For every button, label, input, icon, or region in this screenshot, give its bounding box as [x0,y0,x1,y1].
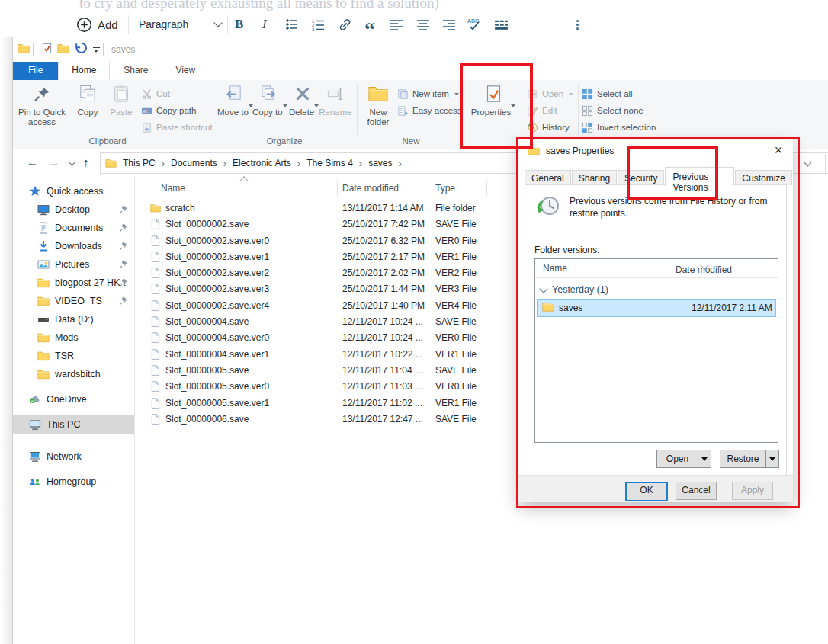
spellcheck-button[interactable]: ABC [467,12,482,37]
new-folder-button[interactable]: New folder [362,82,394,136]
folder-icon [150,203,162,214]
sidebar-item[interactable]: Data (D:) [13,310,134,328]
dialog-tab[interactable]: Previous Versions [665,167,734,186]
paragraph-style-dropdown[interactable]: Paragraph [139,12,221,37]
edit-button[interactable]: Edit [527,103,557,118]
move-to-button[interactable]: Move to [217,82,249,136]
bold-button[interactable]: B [235,12,243,37]
sidebar-item[interactable]: This PC [13,415,134,434]
dialog-tab[interactable]: General [525,170,571,185]
dialog-tab[interactable]: Customize [735,170,792,185]
copy-button[interactable]: Copy [72,82,103,136]
numbered-list-button[interactable]: 123 [312,12,326,37]
ribbon-tab[interactable]: View [162,62,209,80]
ribbon-tab[interactable]: File [13,62,58,80]
pin-icon [119,242,128,251]
breadcrumb-item[interactable]: The Sims 4› [306,158,368,169]
new-folder-icon[interactable] [57,43,69,56]
address-dropdown-chevron[interactable] [804,159,812,167]
file-date-modified: 13/11/2017 12:47 ... [342,414,423,425]
more-options-button[interactable] [576,12,579,37]
align-right-button[interactable] [442,12,456,37]
column-header-name[interactable]: Name [161,183,185,194]
open-version-button[interactable]: Open [656,450,711,468]
dialog-button-strip: OK Cancel Apply [518,475,793,502]
breadcrumb-item[interactable]: saves› [368,158,408,169]
easy-access-button[interactable]: Easy access [397,103,462,118]
insert-link-button[interactable] [338,12,352,37]
sidebar-item[interactable]: blogpost 27 HK t [13,274,134,292]
sidebar-item[interactable]: Network [13,447,134,466]
chevron-down-icon [213,18,222,27]
dialog-tab-strip: General Sharing Security Previous Versio… [525,167,793,185]
sidebar-item[interactable]: TSR [13,347,134,365]
versions-column-name[interactable]: Name [543,263,567,274]
forward-arrow[interactable]: → [48,155,59,168]
ribbon-tab[interactable]: Home [58,62,110,80]
breadcrumb-item[interactable]: Documents› [171,158,233,169]
sidebar-item[interactable]: Documents [13,219,134,237]
rename-button[interactable]: Rename [318,82,353,136]
align-center-button[interactable] [416,12,430,37]
select-none-button[interactable]: Select none [582,103,643,118]
history-button[interactable]: History [527,120,570,135]
file-name: Slot_00000002.save.ver0 [165,235,269,246]
version-date: 12/11/2017 2:11 AM [692,303,772,313]
close-icon[interactable]: × [770,142,787,159]
bulleted-list-button[interactable] [285,12,299,37]
previous-versions-tab-page: Previous versions come from File History… [525,184,787,476]
sidebar-item[interactable]: Mods [13,328,134,347]
sort-ascending-icon [239,176,248,184]
table-button[interactable] [493,12,509,37]
undo-icon[interactable] [74,42,88,57]
cut-button[interactable]: Cut [141,86,170,101]
ok-button[interactable]: OK [625,482,668,501]
breadcrumb-item[interactable]: Electronic Arts› [233,158,306,169]
copy-path-button[interactable]: W.. Copy path [141,103,196,118]
restore-dropdown-arrow[interactable] [765,450,778,467]
invert-selection-button[interactable]: Invert selection [582,120,656,135]
italic-button[interactable]: I [262,12,267,37]
apply-button[interactable]: Apply [732,482,773,500]
customize-qat-icon[interactable] [92,47,100,53]
dialog-tab[interactable]: Sharing [572,170,617,185]
sidebar-item-label: Documents [55,223,103,233]
versions-column-date[interactable]: Date modified [676,264,732,275]
cancel-button[interactable]: Cancel [676,482,717,500]
delete-button[interactable]: Delete [289,82,316,136]
restore-version-button[interactable]: Restore [720,450,779,468]
add-block-button[interactable]: Add [76,12,118,37]
recent-locations-chevron[interactable] [69,159,76,166]
open-button[interactable]: Open [527,86,573,101]
versions-group-header[interactable]: Yesterday (1) [535,282,778,297]
properties-button[interactable]: Properties [470,82,516,136]
properties-check-icon[interactable] [41,43,53,57]
breadcrumb-item[interactable]: This PC› [123,158,171,169]
paste-button[interactable]: Paste [104,82,138,136]
ribbon-tab[interactable]: Share [110,62,162,80]
sidebar-item[interactable]: Downloads [13,237,134,255]
open-dropdown-arrow[interactable] [698,450,711,467]
align-left-button[interactable] [390,12,403,37]
copy-to-button[interactable]: Copy to [252,82,284,136]
up-arrow[interactable]: ↑ [83,155,89,168]
dialog-tab[interactable]: Security [618,170,664,185]
column-header-date-modified[interactable]: Date modified [342,183,399,194]
column-header-type[interactable]: Type [435,183,455,194]
sidebar-item[interactable]: Pictures [13,255,134,274]
dialog-title-bar[interactable]: saves Properties × [518,139,793,162]
sidebar-item[interactable]: Quick access [13,182,134,200]
sidebar-item[interactable]: wardsbitch [13,365,134,383]
select-all-button[interactable]: Select all [582,86,633,101]
sidebar-item[interactable]: VIDEO_TS [13,292,134,310]
pin-to-quick-access-button[interactable]: Pin to Quick access [16,82,68,136]
version-row[interactable]: saves 12/11/2017 2:11 AM [537,299,776,317]
blockquote-button[interactable]: “ [364,12,375,37]
sidebar-item[interactable]: Desktop [13,200,134,219]
back-arrow[interactable]: ← [27,155,38,168]
sidebar-item[interactable]: Homegroup [13,473,134,491]
onedrive-icon [29,393,42,405]
paste-shortcut-button[interactable]: Paste shortcut [141,120,213,135]
sidebar-item[interactable]: OneDrive [13,390,134,409]
new-item-button[interactable]: New item [397,86,459,101]
